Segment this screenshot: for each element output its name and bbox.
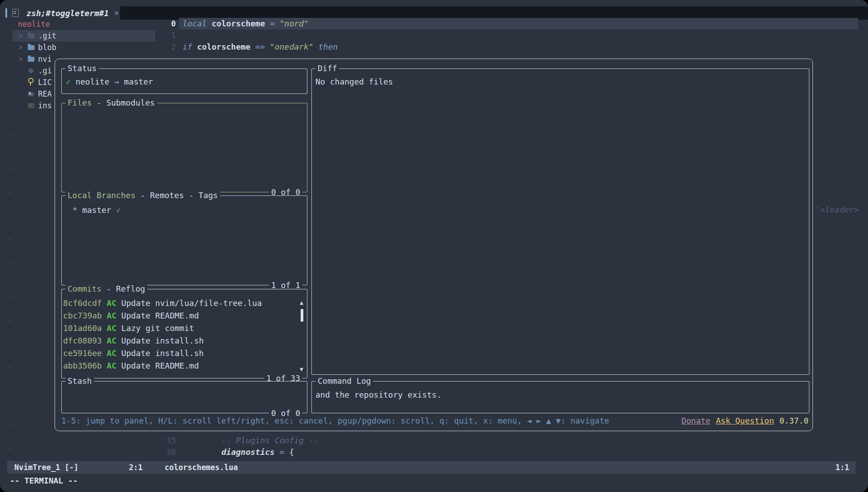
commit-message: Update nvim/lua/file-tree.lua (121, 298, 262, 308)
empty-line-tilde: ~ (8, 164, 12, 175)
commit-row[interactable]: ce5916ee AC Update install.sh (63, 347, 307, 360)
code-token: { (289, 446, 294, 458)
code-token: colorscheme (197, 41, 255, 53)
lazygit-footer: 1-5: jump to panel, H/L: scroll left/rig… (61, 415, 808, 426)
scrollbar-thumb[interactable] (301, 309, 303, 322)
chevron-right-icon[interactable]: > (17, 55, 24, 63)
commit-list: 8cf6dcdf AC Update nvim/lua/file-tree.lu… (62, 289, 307, 372)
statusline-buffer: NvimTree_1 [-] (14, 461, 78, 474)
commit-author-tag: AC (107, 336, 117, 345)
scroll-up-icon[interactable]: ▲ (298, 299, 305, 306)
empty-line-tilde: ~ (8, 408, 12, 420)
code-token: local (183, 18, 212, 30)
empty-line-tilde: ~ (8, 245, 12, 257)
tree-item-label: blob (38, 43, 56, 52)
file-icon (12, 9, 19, 17)
command-log-content: and the repository exists. (312, 382, 809, 401)
tab-close-icon[interactable]: × (114, 8, 119, 17)
commit-row[interactable]: 101ad60a AC Lazy git commit (63, 322, 307, 335)
commit-author-tag: AC (107, 323, 117, 333)
empty-line-tilde: ~ (8, 303, 12, 315)
line-number: 2 (164, 41, 176, 53)
empty-line-tilde: ~ (8, 280, 12, 292)
empty-line-tilde: ~ (8, 327, 12, 338)
panel-stash[interactable]: Stash 0 of 0 (61, 381, 307, 413)
code-token: then (318, 41, 337, 53)
commit-row[interactable]: dfc08093 AC Update install.sh (63, 335, 307, 347)
empty-line-tilde: ~ (8, 257, 12, 268)
code-token: = (270, 18, 280, 30)
commit-author-tag: AC (107, 361, 117, 370)
ask-question-link[interactable]: Ask Question (716, 416, 774, 425)
empty-line-tilde: ~ (8, 175, 12, 187)
line-number: 1 (164, 30, 176, 41)
empty-line-tilde: ~ (8, 396, 12, 408)
panel-branches[interactable]: Local Branches - Remotes - Tags * master… (61, 195, 307, 285)
panel-status[interactable]: Status ✓ neolite → master (61, 68, 307, 94)
donate-link[interactable]: Donate (681, 416, 711, 425)
tree-item-label: nvi (38, 55, 52, 64)
empty-line-tilde: ~ (8, 222, 12, 233)
commit-hash: abb3506b (63, 361, 102, 370)
commit-hash: cbc739ab (63, 311, 102, 320)
chevron-right-icon[interactable]: > (17, 43, 24, 51)
tree-item-label: REA (38, 89, 52, 98)
leader-key-hint: '<leader> (815, 205, 859, 214)
empty-line-tilde: ~ (8, 443, 12, 454)
folder-icon (27, 45, 34, 50)
panel-branches-title: Local Branches - Remotes - Tags (65, 191, 220, 200)
tree-item-label: .git (38, 31, 56, 40)
line-number: 0 (164, 18, 176, 30)
tab-toggleterm[interactable]: zsh;#toggleterm#1 × (5, 6, 119, 20)
code-token: "onedark" (270, 41, 318, 53)
panel-commits-title: Commits - Reflog (65, 284, 147, 293)
panel-files[interactable]: Files - Submodules 0 of 0 (61, 103, 307, 192)
empty-line-tilde: ~ (8, 315, 12, 327)
tree-item-blob[interactable]: >blob (13, 42, 155, 53)
folder-git-icon (27, 34, 34, 38)
tab-title: zsh;#toggleterm#1 (26, 8, 109, 18)
current-branch-star: * (72, 205, 77, 215)
commit-row[interactable]: 8cf6dcdf AC Update nvim/lua/file-tree.lu… (63, 297, 307, 310)
commit-hash: ce5916ee (63, 348, 102, 358)
statusline-position-right: 1:1 (835, 461, 849, 474)
lazygit-window: Status ✓ neolite → master Files - Submod… (55, 59, 813, 431)
empty-line-tilde: ~ (8, 117, 12, 129)
arrow-right-icon: → (110, 77, 124, 86)
commit-message: Update README.md (121, 361, 199, 370)
tree-item-label: .gi (38, 66, 52, 75)
tree-root-label[interactable]: neolite (18, 18, 50, 30)
commit-author-tag: AC (107, 311, 117, 320)
code-token: "nord" (280, 18, 309, 30)
empty-line-tilde: ~ (8, 361, 12, 373)
terminal-window: zsh;#toggleterm#1 × neolite >.git>blob>n… (0, 0, 868, 492)
empty-line-tilde: ~ (8, 152, 12, 164)
panel-status-title: Status (65, 64, 99, 73)
empty-line-tilde: ~ (8, 373, 12, 385)
empty-line-tilde: ~ (8, 199, 12, 210)
empty-line-tilde: ~ (8, 210, 12, 222)
panel-command-log[interactable]: Command Log and the repository exists. (311, 381, 809, 413)
markdown-icon (27, 92, 34, 97)
commit-message: Update install.sh (121, 336, 204, 345)
commit-row[interactable]: abb3506b AC Update README.md (63, 360, 307, 372)
empty-line-tilde: ~ (8, 338, 12, 350)
branches-count: 1 of 1 (269, 281, 302, 290)
line-number: 36 (164, 446, 176, 458)
code-line-2: 2if colorscheme == "onedark" then (164, 41, 338, 53)
commit-author-tag: AC (107, 298, 117, 308)
empty-line-tilde: ~ (8, 350, 12, 361)
commit-row[interactable]: cbc739ab AC Update README.md (63, 310, 307, 322)
code-line-35: 35 -- Plugins Config -- (164, 435, 318, 446)
code-token: diagnostics (221, 446, 280, 458)
chevron-right-icon[interactable]: > (17, 32, 24, 40)
scroll-down-icon[interactable]: ▼ (298, 366, 305, 373)
empty-line-tilde: ~ (8, 140, 12, 152)
panel-diff[interactable]: Diff No changed files (311, 68, 809, 375)
panel-commits[interactable]: Commits - Reflog 8cf6dcdf AC Update nvim… (61, 289, 307, 378)
code-token: = (280, 446, 289, 458)
commits-scrollbar[interactable]: ▲ ▼ (298, 299, 305, 373)
code-token: if (183, 41, 197, 53)
tree-item-.git[interactable]: >.git (13, 30, 155, 42)
git-orb-icon (27, 68, 34, 73)
